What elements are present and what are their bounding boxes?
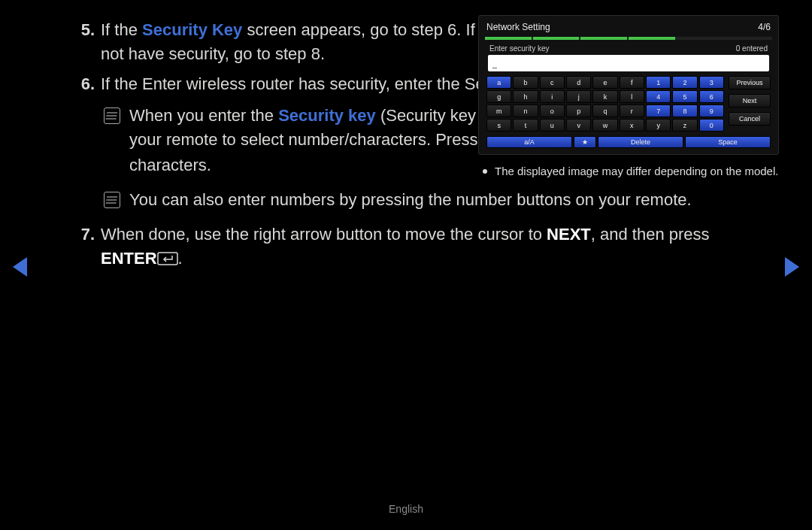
key-3[interactable]: 3 — [699, 76, 724, 89]
step-number: 6. — [74, 72, 95, 96]
arrow-left-icon — [11, 256, 29, 278]
panel-header: Network Setting 4/6 — [483, 20, 774, 37]
key-z[interactable]: z — [672, 119, 697, 132]
key-w[interactable]: w — [592, 119, 617, 132]
note-icon — [104, 108, 120, 124]
field-label: Enter security key — [489, 44, 549, 53]
key-i[interactable]: i — [540, 90, 565, 103]
key-h[interactable]: h — [513, 90, 538, 103]
key-e[interactable]: e — [592, 76, 617, 89]
step-number: 5. — [74, 18, 95, 42]
panel: Network Setting 4/6 Enter security key 0… — [478, 15, 779, 155]
star-key[interactable]: ★ — [574, 136, 596, 148]
step-7: 7. When done, use the right arrow button… — [74, 223, 758, 272]
note-body: You can also enter numbers by pressing t… — [129, 188, 758, 212]
key-g[interactable]: g — [486, 90, 511, 103]
key-8[interactable]: 8 — [672, 104, 697, 117]
key-4[interactable]: 4 — [646, 90, 671, 103]
security-key-input[interactable] — [488, 55, 769, 71]
key-y[interactable]: y — [646, 119, 671, 132]
note-icon — [104, 192, 120, 208]
key-x[interactable]: x — [620, 119, 644, 132]
enter-icon — [157, 248, 178, 272]
svg-marker-6 — [13, 257, 27, 277]
key-p[interactable]: p — [566, 104, 591, 117]
onscreen-keyboard: abcdef123ghijkl456mnopqr789stuvwxyz0 — [486, 76, 724, 133]
panel-title: Network Setting — [486, 22, 550, 32]
svg-marker-7 — [785, 257, 799, 277]
delete-key[interactable]: Delete — [598, 136, 683, 148]
security-key-term: Security Key — [142, 20, 242, 39]
key-m[interactable]: m — [486, 104, 511, 117]
network-setting-screenshot: Network Setting 4/6 Enter security key 0… — [478, 15, 779, 179]
field-label-row: Enter security key 0 entered — [483, 44, 774, 53]
previous-button[interactable]: Previous — [729, 76, 771, 89]
prev-page-arrow[interactable] — [11, 256, 29, 281]
key-1[interactable]: 1 — [646, 76, 671, 89]
step-number: 7. — [74, 223, 95, 247]
svg-rect-5 — [158, 253, 177, 265]
key-9[interactable]: 9 — [699, 104, 724, 117]
key-d[interactable]: d — [566, 76, 591, 89]
caption: The displayed image may differ depending… — [478, 164, 779, 179]
manual-page: 5. If the Security Key screen appears, g… — [0, 0, 812, 530]
key-v[interactable]: v — [566, 119, 591, 132]
enter-term: ENTER — [101, 249, 157, 268]
key-l[interactable]: l — [620, 90, 644, 103]
key-u[interactable]: u — [540, 119, 565, 132]
entered-count: 0 entered — [736, 44, 768, 53]
key-o[interactable]: o — [540, 104, 565, 117]
caption-text: The displayed image may differ depending… — [495, 164, 778, 179]
key-7[interactable]: 7 — [646, 104, 671, 117]
next-page-arrow[interactable] — [783, 256, 801, 281]
key-c[interactable]: c — [540, 76, 565, 89]
next-term: NEXT — [547, 225, 591, 244]
arrow-right-icon — [783, 256, 801, 278]
key-j[interactable]: j — [566, 90, 591, 103]
key-a[interactable]: a — [486, 76, 511, 89]
language-footer: English — [0, 503, 812, 515]
space-key[interactable]: Space — [685, 136, 771, 148]
key-5[interactable]: 5 — [672, 90, 697, 103]
key-q[interactable]: q — [592, 104, 617, 117]
key-n[interactable]: n — [513, 104, 538, 117]
key-f[interactable]: f — [620, 76, 644, 89]
side-buttons: Previous Next Cancel — [729, 76, 771, 133]
next-button[interactable]: Next — [729, 94, 771, 108]
note-2: You can also enter numbers by pressing t… — [74, 188, 758, 212]
key-2[interactable]: 2 — [672, 76, 697, 89]
key-s[interactable]: s — [486, 119, 511, 132]
step-body: When done, use the right arrow button to… — [101, 223, 758, 272]
key-b[interactable]: b — [513, 76, 538, 89]
text-cursor — [492, 58, 497, 68]
cancel-button[interactable]: Cancel — [729, 112, 771, 126]
case-toggle-key[interactable]: a/A — [486, 136, 572, 148]
progress-bar — [485, 37, 772, 40]
bullet-icon — [483, 169, 487, 174]
key-6[interactable]: 6 — [699, 90, 724, 103]
keyboard-area: abcdef123ghijkl456mnopqr789stuvwxyz0 Pre… — [483, 76, 774, 133]
step-list-continued: 7. When done, use the right arrow button… — [74, 223, 758, 272]
security-key-term: Security key — [278, 106, 376, 125]
key-0[interactable]: 0 — [699, 119, 724, 132]
key-r[interactable]: r — [620, 104, 644, 117]
panel-page: 4/6 — [758, 22, 771, 32]
key-t[interactable]: t — [513, 119, 538, 132]
function-row: a/A ★ Delete Space — [486, 136, 771, 148]
key-k[interactable]: k — [592, 90, 617, 103]
